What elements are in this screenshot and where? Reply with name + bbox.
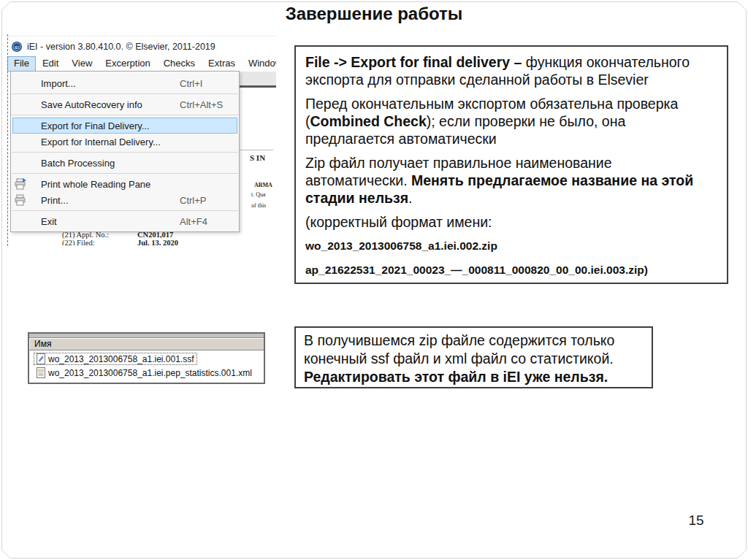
files-list: wo_2013_2013006758_a1.iei.001.ssf wo_201…	[29, 350, 264, 380]
menu-extras[interactable]: Extras	[202, 56, 242, 72]
menu-separator	[12, 93, 238, 94]
info-paragraph-export: File -> Export for final delivery – функ…	[305, 53, 717, 88]
shortcut-label: Alt+F4	[180, 216, 207, 227]
menu-excerption[interactable]: Excerption	[99, 56, 156, 72]
patent-filed-row: (22) Filed:Jul. 13, 2020	[62, 239, 178, 245]
xml-document-icon	[37, 367, 45, 378]
info-paragraph-zipname: Zip файл получает правильное наименовани…	[305, 154, 717, 207]
slide: Завершение работы iEI iEI - version 3.80…	[0, 0, 748, 560]
zip-contents-screenshot: Имя wo_2013_2013006758_a1.iei.001.ssf	[28, 332, 265, 384]
page-title: Завершение работы	[0, 4, 748, 24]
menu-view[interactable]: View	[65, 56, 99, 72]
page-number: 15	[682, 513, 711, 529]
menu-separator	[12, 210, 238, 211]
list-item[interactable]: wo_2013_2013006758_a1.iei.pep_statistics…	[34, 366, 264, 380]
menu-edit[interactable]: Edit	[36, 56, 65, 72]
files-column-header[interactable]: Имя	[29, 338, 264, 350]
menu-item-export-internal-delivery[interactable]: Export for Internal Delivery...	[11, 134, 239, 150]
app-titlebar: iEI iEI - version 3.80.410.0. © Elsevier…	[7, 37, 276, 56]
shortcut-label: Ctrl+P	[180, 195, 206, 206]
menu-item-print-whole-reading-pane[interactable]: Print whole Reading Pane	[11, 176, 239, 192]
app-toolbar-fragment	[238, 72, 276, 88]
document-heading-fragment: S IN	[250, 153, 265, 162]
menu-item-save-autorecovery[interactable]: Save AutoRecovery info Ctrl+Alt+S	[11, 96, 239, 112]
file-menu-dropdown: Import... Ctrl+I Save AutoRecovery info …	[10, 71, 240, 232]
menu-separator	[12, 115, 238, 115]
printer-arrow-icon	[14, 177, 28, 191]
menu-item-exit[interactable]: Exit Alt+F4	[11, 213, 239, 229]
menu-window[interactable]: Window	[242, 56, 276, 72]
menu-item-import[interactable]: Import... Ctrl+I	[11, 75, 239, 91]
info-paragraph-check: Перед окончательным экспортом обязательн…	[305, 95, 717, 147]
example-filename-ap: ap_21622531_2021_00023_—_000811_000820_0…	[305, 261, 717, 279]
app-menubar: File Edit View Excerption Checks Extras …	[7, 56, 276, 72]
iei-logo-icon: iEI	[11, 41, 23, 53]
shortcut-label: Ctrl+I	[180, 78, 202, 89]
document-text-fragment: t. Qua	[251, 191, 266, 198]
printer-icon	[14, 193, 28, 207]
menu-item-export-final-delivery[interactable]: Export for Final Delivery...	[12, 118, 237, 134]
zip-result-box: В получившемся zip файле содержится толь…	[294, 326, 653, 388]
patent-fields-fragment: (21) Appl. No.:CN201,017 (22) Filed:Jul.…	[62, 231, 178, 245]
menu-file[interactable]: File	[7, 56, 36, 72]
document-divider	[240, 150, 273, 150]
export-info-box: File -> Export for final delivery – функ…	[294, 45, 728, 284]
app-window-screenshot: iEI iEI - version 3.80.410.0. © Elsevier…	[7, 36, 276, 245]
menu-item-batch-processing[interactable]: Batch Processing	[11, 155, 239, 171]
example-filename-wo: wo_2013_2013006758_a1.iei.002.zip	[305, 237, 717, 255]
list-item[interactable]: wo_2013_2013006758_a1.iei.001.ssf	[34, 352, 264, 366]
menu-checks[interactable]: Checks	[157, 56, 202, 72]
info-paragraph-format: (корректный формат имени:	[305, 213, 717, 231]
document-text-fragment: of this	[251, 202, 266, 209]
ssf-document-icon	[37, 353, 45, 364]
screenshot-selection-edge	[7, 34, 8, 246]
menu-item-print[interactable]: Print... Ctrl+P	[11, 192, 239, 208]
menu-separator	[12, 152, 238, 153]
svg-text:iEI: iEI	[15, 45, 20, 49]
shortcut-label: Ctrl+Alt+S	[180, 99, 223, 110]
menu-separator	[12, 173, 238, 174]
app-window-title: iEI - version 3.80.410.0. © Elsevier, 20…	[27, 42, 215, 52]
document-text-fragment: ARMA	[254, 182, 272, 188]
selected-file: wo_2013_2013006758_a1.iei.001.ssf	[34, 353, 197, 365]
